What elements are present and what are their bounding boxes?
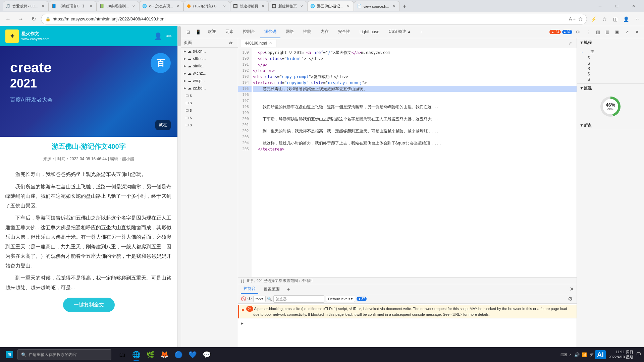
devtools-tab-console[interactable]: 控制台 bbox=[239, 26, 259, 38]
address-bar[interactable]: 🔒 https://m.easyzw.com/html/sinianji/202… bbox=[41, 14, 587, 24]
minimize-button[interactable]: ─ bbox=[592, 0, 608, 12]
filetree-expand-icon[interactable]: ≫ bbox=[226, 39, 235, 47]
console-context-selector[interactable]: top ▾ bbox=[253, 296, 266, 302]
tab-9[interactable]: 📄 view-source:h... ✕ bbox=[354, 1, 400, 11]
forward-button[interactable]: → bbox=[15, 14, 26, 24]
code-lines[interactable]: <p>Copyright © 2015 <a href="/">星火作文</a>… bbox=[252, 48, 577, 277]
threads-header[interactable]: ▼ 线程 bbox=[577, 38, 644, 47]
edit-icon[interactable]: ✏ bbox=[166, 32, 172, 40]
taskbar-app-wechat[interactable]: 💬 bbox=[200, 348, 213, 361]
tab-1[interactable]: 🎵 音爱破解 - LC... ✕ bbox=[3, 1, 49, 11]
chevron-up-icon[interactable]: ∧ bbox=[569, 352, 572, 357]
collections-icon[interactable]: ◫ bbox=[610, 14, 620, 24]
console-message-expand[interactable]: ▶ bbox=[238, 318, 577, 327]
detach-icon[interactable]: ↗ bbox=[623, 28, 631, 37]
refresh-button[interactable]: ↻ bbox=[28, 14, 39, 24]
profile-icon[interactable]: 👤 bbox=[621, 14, 631, 24]
console-gear-icon[interactable]: ⚙ bbox=[567, 295, 574, 303]
file-item-s5[interactable]: □ s bbox=[181, 121, 238, 129]
close-devtools-icon[interactable]: ✕ bbox=[633, 28, 641, 37]
file-item-s3[interactable]: □ s bbox=[181, 107, 238, 114]
tab-3-close[interactable]: ✕ bbox=[131, 4, 136, 9]
console-tab-coverage[interactable]: 覆盖范围 bbox=[261, 285, 282, 293]
settings-icon[interactable]: ⋯ bbox=[632, 14, 641, 24]
console-level-selector[interactable]: Default levels ▾ bbox=[326, 296, 355, 302]
extensions-icon[interactable]: ⚡ bbox=[589, 14, 598, 24]
copy-button[interactable]: 一键复制全文 bbox=[63, 298, 115, 312]
tab-8[interactable]: 🌐 游五佛山-游记... ✕ bbox=[307, 1, 354, 11]
close-button[interactable]: ✕ bbox=[626, 0, 641, 12]
tab-2-close[interactable]: ✕ bbox=[88, 4, 94, 9]
devtools-add-tab-icon[interactable]: + bbox=[417, 28, 425, 37]
devtools-tab-memory[interactable]: 内存 bbox=[317, 26, 333, 38]
bookmark-star-icon[interactable]: ☆ bbox=[578, 16, 583, 22]
tab-6[interactable]: 🔲 新建标签页 ✕ bbox=[230, 1, 269, 11]
devtools-device-icon[interactable]: 📱 bbox=[194, 28, 203, 37]
scroll-thumb[interactable] bbox=[178, 26, 181, 46]
taskbar-search-box[interactable]: 🔍 在这里输入你要搜索的内容 bbox=[17, 349, 111, 360]
back-button[interactable]: ← bbox=[3, 14, 13, 24]
devtools-tab-network[interactable]: 网络 bbox=[282, 26, 298, 38]
network-icon[interactable]: 📶 bbox=[582, 352, 587, 357]
tab-7-close[interactable]: ✕ bbox=[299, 4, 304, 9]
thread-main-item[interactable]: → 主 bbox=[580, 48, 641, 55]
taskbar-app-firefox[interactable]: 🦊 bbox=[158, 348, 171, 361]
editor-expand-icon[interactable]: ⤢ bbox=[567, 40, 574, 47]
devtools-tab-security[interactable]: 安全性 bbox=[334, 26, 354, 38]
monitor-header[interactable]: ▼ 监视 bbox=[577, 84, 644, 93]
tab-6-close[interactable]: ✕ bbox=[260, 4, 266, 9]
editor-tab-close-icon[interactable]: ✕ bbox=[269, 41, 272, 45]
more-icon[interactable]: ⋮ bbox=[584, 28, 592, 37]
devtools-tab-elements[interactable]: 元素 bbox=[221, 26, 237, 38]
settings-icon[interactable]: ⚙ bbox=[574, 28, 582, 37]
tab-3[interactable]: 📗 C#实现控制... ✕ bbox=[97, 1, 139, 11]
console-tab-console[interactable]: 控制台 bbox=[241, 285, 258, 294]
breakpoints-header[interactable]: ▼ 断点 bbox=[577, 121, 644, 130]
devtools-tab-lighthouse[interactable]: Lighthouse bbox=[356, 26, 383, 38]
tab-5-close[interactable]: ✕ bbox=[222, 4, 227, 9]
devtools-inspect-icon[interactable]: ⊡ bbox=[184, 28, 193, 37]
console-add-tab-icon[interactable]: + bbox=[285, 286, 292, 293]
tab-7[interactable]: 🔲 新建标签页 ✕ bbox=[269, 1, 307, 11]
tab-4-close[interactable]: ✕ bbox=[175, 4, 180, 9]
new-tab-button[interactable]: + bbox=[400, 2, 409, 11]
file-item-wnp[interactable]: ▶ ☁ wn.p... bbox=[181, 77, 238, 84]
taskbar-app-edge[interactable]: 🌐 bbox=[129, 348, 143, 361]
taskbar-app-vs[interactable]: 💙 bbox=[186, 348, 199, 361]
tab-8-close[interactable]: ✕ bbox=[345, 4, 351, 9]
tab-5[interactable]: 🔶 (132条消息) C... ✕ bbox=[183, 1, 230, 11]
console-prohibit-icon[interactable]: 🚫 bbox=[241, 296, 246, 301]
console-filter-icon[interactable]: 🔍 bbox=[267, 297, 272, 301]
notification-icon[interactable]: 🗨 bbox=[636, 352, 641, 358]
layout-bottom-icon[interactable]: ▤ bbox=[603, 28, 612, 37]
user-icon[interactable]: 👤 bbox=[154, 32, 162, 40]
file-item-s4b[interactable]: □ s bbox=[181, 114, 238, 121]
tab-4[interactable]: 🌐 c++怎么实现... ✕ bbox=[139, 1, 183, 11]
file-item-zzbd[interactable]: ▶ ☁ zz.bd... bbox=[181, 84, 238, 92]
taskbar-app-explorer[interactable]: 🌿 bbox=[144, 348, 157, 361]
file-item-s95[interactable]: ▶ ☁ s95.c... bbox=[181, 55, 238, 62]
devtools-tab-css[interactable]: CSS 概述 ▲ bbox=[385, 26, 415, 38]
taskbar-app-task-view[interactable]: 🗂 bbox=[115, 348, 129, 361]
devtools-tab-performance[interactable]: 性能 bbox=[299, 26, 315, 38]
editor-tab-file[interactable]: 440190.html ✕ bbox=[241, 40, 276, 47]
tab-9-close[interactable]: ✕ bbox=[391, 4, 397, 9]
start-button[interactable]: ⊞ bbox=[3, 348, 16, 361]
file-item-static[interactable]: ▶ ☁ static... bbox=[181, 62, 238, 70]
webpage-scrollbar[interactable] bbox=[178, 26, 181, 347]
console-filter-input[interactable] bbox=[273, 295, 324, 303]
favorites-icon[interactable]: ☆ bbox=[600, 14, 609, 24]
tab-1-close[interactable]: ✕ bbox=[40, 4, 46, 9]
layout-right-icon[interactable]: ▣ bbox=[612, 28, 621, 37]
file-item-wcnz[interactable]: ▶ ☁ w.cnz... bbox=[181, 70, 238, 77]
volume-icon[interactable]: 🔊 bbox=[574, 352, 580, 357]
devtools-tab-welcome[interactable]: 欢迎 bbox=[204, 26, 220, 38]
file-item-s2[interactable]: □ s bbox=[181, 99, 238, 107]
file-item-s1[interactable]: □ s bbox=[181, 92, 238, 99]
maximize-button[interactable]: □ bbox=[609, 0, 625, 12]
console-close-icon[interactable]: ✕ bbox=[570, 286, 574, 292]
devtools-tab-sources[interactable]: 源代码 bbox=[260, 26, 280, 38]
file-item-s4[interactable]: ▶ ☁ s4.cn... bbox=[181, 48, 238, 55]
console-eye-icon[interactable]: 👁 bbox=[248, 296, 252, 301]
tab-2[interactable]: 📘 《编程语言C...》 ✕ bbox=[49, 1, 97, 11]
